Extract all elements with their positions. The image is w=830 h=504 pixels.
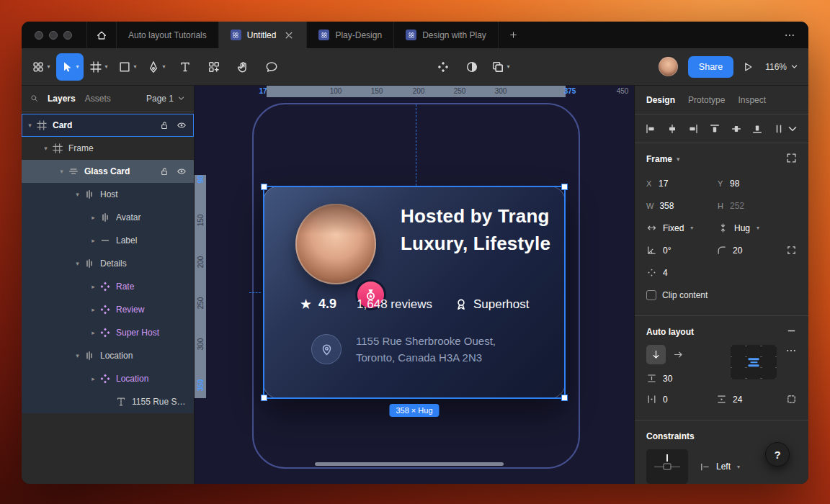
expand-chevron-icon[interactable]: ▾ (58, 168, 66, 175)
share-button[interactable]: Share (688, 56, 733, 78)
text-tool[interactable] (171, 53, 199, 81)
horizontal-padding-field[interactable]: 0 (646, 394, 716, 405)
independent-padding-button[interactable] (786, 394, 797, 405)
page-selector[interactable]: Page 1 (146, 94, 185, 104)
resize-to-fit-button[interactable] (786, 153, 797, 166)
align-left-icon[interactable] (645, 123, 656, 135)
present-play-icon[interactable] (742, 61, 754, 73)
vertical-padding-field[interactable]: 24 (716, 394, 786, 405)
lock-open-icon[interactable] (159, 166, 169, 176)
zoom-control[interactable]: 116% (765, 62, 798, 72)
zoom-window-button[interactable] (63, 31, 72, 40)
expand-chevron-icon[interactable]: ▾ (73, 191, 81, 198)
horizontal-sizing-dropdown[interactable]: Fixed ▾ (646, 222, 718, 233)
height-field[interactable]: H 252 (718, 201, 789, 211)
horizontal-constraint-dropdown[interactable]: Left ▾ (700, 462, 740, 472)
y-position-field[interactable]: Y 98 (718, 179, 789, 189)
layer-row-review[interactable]: ▸Review (22, 298, 194, 321)
layer-row-card[interactable]: ▾Card (22, 114, 194, 137)
resources-tool[interactable] (200, 53, 228, 81)
layer-row-super-host[interactable]: ▸Super Host (22, 321, 194, 344)
inspector-tab-inspect[interactable]: Inspect (738, 95, 766, 105)
independent-corners-button[interactable] (786, 245, 797, 256)
file-tab-auto-layout-tutorials[interactable]: Auto layout Tutorials (117, 22, 219, 48)
inspector-tab-design[interactable]: Design (646, 95, 675, 105)
layer-row-host[interactable]: ▾Host (22, 183, 194, 206)
boolean-action[interactable]: ▾ (487, 53, 514, 81)
tab-assets[interactable]: Assets (85, 94, 111, 104)
file-tab-untitled[interactable]: Untitled (219, 22, 308, 48)
hand-tool[interactable] (229, 53, 256, 81)
search-icon[interactable] (30, 94, 38, 102)
direction-horizontal-button[interactable] (669, 345, 688, 364)
align-vertical-center-icon[interactable] (731, 123, 742, 135)
corner-count-field[interactable]: 4 (646, 267, 718, 278)
corner-radius-field[interactable]: 20 (716, 245, 786, 256)
layer-row-1155-rue-sherbr[interactable]: 1155 Rue Sherbr... (22, 390, 194, 413)
align-horizontal-center-icon[interactable] (666, 123, 678, 135)
host-avatar[interactable] (295, 204, 376, 284)
rotation-field[interactable]: 0° (646, 245, 716, 256)
file-tab-play-design[interactable]: Play-Design (307, 22, 394, 48)
expand-chevron-icon[interactable]: ▸ (89, 237, 97, 244)
layer-row-details[interactable]: ▾Details (22, 252, 194, 275)
align-top-icon[interactable] (709, 123, 720, 135)
layer-row-location[interactable]: ▾Location (22, 344, 194, 367)
constraints-widget[interactable] (646, 449, 688, 484)
tab-overflow-button[interactable] (771, 22, 808, 48)
move-tool[interactable]: ▾ (56, 53, 84, 81)
mask-action[interactable] (458, 53, 486, 81)
expand-chevron-icon[interactable]: ▾ (26, 122, 34, 129)
expand-chevron-icon[interactable]: ▸ (89, 214, 97, 221)
create-component-action[interactable] (429, 53, 457, 81)
expand-chevron-icon[interactable]: ▸ (89, 306, 97, 313)
expand-chevron-icon[interactable]: ▾ (73, 260, 81, 267)
close-window-button[interactable] (35, 31, 43, 40)
x-position-field[interactable]: X 17 (646, 179, 718, 189)
layer-row-rate[interactable]: ▸Rate (22, 275, 194, 298)
main-menu[interactable]: ▾ (27, 53, 55, 81)
align-bottom-icon[interactable] (751, 123, 763, 135)
user-avatar[interactable] (659, 57, 678, 76)
eye-icon[interactable] (177, 120, 187, 130)
auto-layout-more-button[interactable] (785, 345, 797, 359)
direction-vertical-button[interactable] (646, 345, 666, 364)
lock-open-icon[interactable] (159, 120, 169, 130)
new-tab-button[interactable] (499, 22, 529, 48)
layer-row-label[interactable]: ▸Label (22, 229, 194, 252)
close-tab-icon[interactable] (283, 30, 295, 41)
tab-layers[interactable]: Layers (48, 94, 76, 104)
layer-row-frame[interactable]: ▾Frame (22, 137, 194, 160)
help-button[interactable]: ? (765, 442, 790, 467)
home-button[interactable] (86, 22, 117, 48)
clip-content-checkbox[interactable] (646, 290, 656, 300)
layer-row-glass-card[interactable]: ▾Glass Card (22, 160, 194, 183)
width-field[interactable]: W 358 (646, 201, 718, 211)
file-tab-design-with-play[interactable]: Design with Play (394, 22, 499, 48)
shape-tool[interactable]: ▾ (114, 53, 141, 81)
item-spacing-field[interactable]: 30 (646, 373, 718, 384)
remove-auto-layout-button[interactable] (786, 325, 797, 338)
expand-chevron-icon[interactable]: ▾ (73, 352, 81, 359)
frame-section-title[interactable]: Frame (646, 154, 672, 164)
expand-chevron-icon[interactable]: ▸ (89, 283, 97, 290)
pen-tool[interactable]: ▾ (143, 53, 170, 81)
window-controls[interactable] (22, 22, 86, 48)
expand-chevron-icon[interactable]: ▸ (89, 329, 97, 336)
vertical-sizing-dropdown[interactable]: Hug ▾ (718, 222, 789, 233)
clip-content-toggle[interactable]: Clip content (646, 290, 708, 300)
glass-card[interactable]: Hosted by Trang Luxury, Lifestyle ★ 4.9 … (263, 186, 566, 399)
comment-tool[interactable] (258, 53, 285, 81)
expand-chevron-icon[interactable]: ▾ (42, 145, 50, 152)
distribute-menu[interactable] (773, 123, 798, 135)
layer-row-avatar[interactable]: ▸Avatar (22, 206, 194, 229)
canvas[interactable]: Hosted by Trang Luxury, Lifestyle ★ 4.9 … (195, 86, 634, 484)
frame-tool[interactable]: ▾ (85, 53, 112, 81)
layer-row-location[interactable]: ▸Location (22, 367, 194, 390)
expand-chevron-icon[interactable]: ▸ (89, 375, 97, 382)
minimize-window-button[interactable] (49, 31, 58, 40)
auto-layout-alignment-widget[interactable] (731, 345, 777, 379)
inspector-tab-prototype[interactable]: Prototype (688, 95, 725, 105)
align-right-icon[interactable] (687, 123, 699, 135)
eye-icon[interactable] (177, 166, 187, 176)
